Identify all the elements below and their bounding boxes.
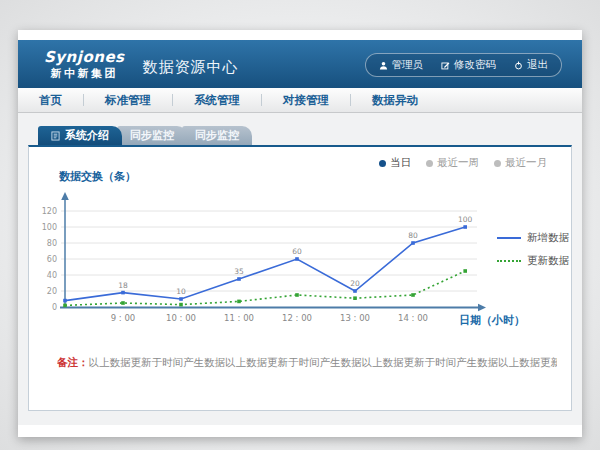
tab-label: 同步监控 bbox=[195, 126, 239, 145]
brand-logo-subtext: 新中新集团 bbox=[51, 68, 119, 79]
line-chart: 0204060801001209 : 0010 : 0011 : 0012 : … bbox=[29, 147, 571, 410]
data-point bbox=[411, 241, 415, 245]
user-menu-admin-label: 管理员 bbox=[392, 58, 424, 72]
user-menu-admin[interactable]: 管理员 bbox=[370, 58, 433, 72]
x-tick-label: 10 : 00 bbox=[166, 313, 196, 323]
y-tick-label: 20 bbox=[47, 287, 57, 296]
x-tick-label: 14 : 00 bbox=[398, 313, 428, 323]
x-tick-label: 13 : 00 bbox=[340, 313, 370, 323]
tab-bar: 系统介绍 同步监控 同步监控 bbox=[38, 126, 252, 145]
data-point-label: 10 bbox=[176, 287, 186, 296]
tab-label: 系统介绍 bbox=[65, 126, 109, 145]
user-menu-change-password[interactable]: 修改密码 bbox=[432, 58, 505, 72]
data-point bbox=[295, 293, 299, 297]
y-axis-arrow-icon bbox=[61, 192, 69, 200]
footnote-prefix: 备注： bbox=[57, 356, 89, 368]
data-point bbox=[179, 303, 183, 307]
data-point bbox=[63, 299, 67, 303]
y-tick-label: 0 bbox=[52, 303, 57, 312]
legend-label: 更新数据 bbox=[527, 254, 569, 268]
desktop-background: Synjones 新中新集团 数据资源中心 管理员 修改密码 退出 bbox=[0, 0, 600, 450]
series-legend: 新增数据 更新数据 bbox=[497, 231, 569, 268]
y-tick-label: 40 bbox=[47, 271, 57, 280]
legend-item-updated-data[interactable]: 更新数据 bbox=[497, 254, 569, 268]
user-menu-logout[interactable]: 退出 bbox=[505, 58, 557, 72]
data-point bbox=[463, 269, 467, 273]
data-point-label: 18 bbox=[118, 281, 128, 290]
data-point bbox=[295, 257, 299, 261]
x-tick-label: 9 : 00 bbox=[111, 313, 136, 323]
tab-label: 同步监控 bbox=[130, 126, 174, 145]
data-point bbox=[353, 296, 357, 300]
legend-item-new-data[interactable]: 新增数据 bbox=[497, 231, 569, 245]
data-point bbox=[353, 289, 357, 293]
data-point-label: 100 bbox=[458, 215, 473, 224]
x-tick-label: 11 : 00 bbox=[224, 313, 254, 323]
data-point bbox=[463, 225, 467, 229]
footnote: 备注：以上数据更新于时间产生数据以上数据更新于时间产生数据以上数据更新于时间产生… bbox=[57, 355, 557, 369]
chart-panel: 当日 最近一周 最近一月 数据交换（条） 0204060801001209 : … bbox=[28, 145, 572, 411]
legend-line-sample bbox=[497, 260, 521, 262]
legend-label: 新增数据 bbox=[527, 231, 569, 245]
x-tick-label: 12 : 00 bbox=[282, 313, 312, 323]
user-menu: 管理员 修改密码 退出 bbox=[365, 53, 563, 77]
data-point bbox=[121, 291, 125, 295]
y-tick-label: 120 bbox=[42, 207, 57, 216]
nav-item-system-mgmt[interactable]: 系统管理 bbox=[173, 93, 261, 108]
app-header: Synjones 新中新集团 数据资源中心 管理员 修改密码 退出 bbox=[18, 40, 582, 88]
data-point-label: 80 bbox=[408, 231, 418, 240]
nav-item-data-change[interactable]: 数据异动 bbox=[351, 93, 439, 108]
nav-item-home[interactable]: 首页 bbox=[18, 93, 83, 108]
brand-logo-text: Synjones bbox=[44, 50, 125, 65]
power-icon bbox=[514, 61, 523, 70]
data-point-label: 35 bbox=[234, 267, 244, 276]
nav-item-standard-mgmt[interactable]: 标准管理 bbox=[84, 93, 172, 108]
data-point bbox=[179, 297, 183, 301]
y-tick-label: 80 bbox=[47, 239, 57, 248]
tab-sync-monitor-1[interactable]: 同步监控 bbox=[117, 126, 187, 145]
user-icon bbox=[379, 61, 388, 70]
footnote-body: 以上数据更新于时间产生数据以上数据更新于时间产生数据以上数据更新于时间产生数据以… bbox=[89, 356, 558, 368]
y-tick-label: 100 bbox=[42, 223, 57, 232]
nav-item-interface-mgmt[interactable]: 对接管理 bbox=[262, 93, 350, 108]
data-point bbox=[237, 300, 241, 304]
user-menu-logout-label: 退出 bbox=[527, 58, 548, 72]
tab-sync-monitor-2[interactable]: 同步监控 bbox=[182, 126, 252, 145]
x-axis-title: 日期（小时） bbox=[459, 314, 525, 327]
data-point bbox=[411, 293, 415, 297]
main-nav: 首页 标准管理 系统管理 对接管理 数据异动 bbox=[18, 88, 582, 113]
document-icon bbox=[51, 131, 60, 141]
data-point bbox=[237, 277, 241, 281]
edit-icon bbox=[441, 61, 450, 70]
data-point bbox=[63, 304, 67, 308]
data-point bbox=[121, 301, 125, 305]
user-menu-change-password-label: 修改密码 bbox=[454, 58, 496, 72]
data-point-label: 60 bbox=[292, 247, 302, 256]
page-title: 数据资源中心 bbox=[143, 52, 239, 77]
tab-system-intro[interactable]: 系统介绍 bbox=[38, 126, 122, 145]
x-axis-arrow-icon bbox=[478, 304, 486, 312]
data-point-label: 20 bbox=[350, 279, 360, 288]
legend-line-sample bbox=[497, 237, 521, 239]
app-window: Synjones 新中新集团 数据资源中心 管理员 修改密码 退出 bbox=[18, 30, 582, 437]
brand-logo: Synjones 新中新集团 bbox=[44, 50, 125, 79]
y-tick-label: 60 bbox=[47, 255, 57, 264]
